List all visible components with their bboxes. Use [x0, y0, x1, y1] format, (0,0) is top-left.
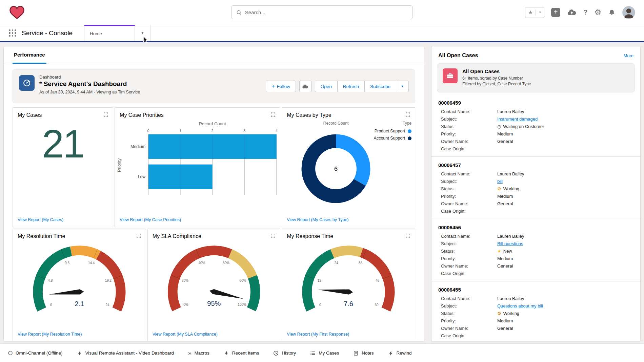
- chart-card-my-case-priorities: My Case Priorities Record Count01234Medi…: [115, 107, 280, 227]
- utility-history[interactable]: History: [273, 350, 296, 356]
- dashboard-type-label: Dashboard: [39, 74, 140, 80]
- svg-text:100%: 100%: [238, 303, 246, 306]
- cloud-icon: [567, 9, 577, 16]
- view-report-link[interactable]: View Report (My Cases by Type): [282, 215, 415, 227]
- svg-text:0%: 0%: [183, 303, 188, 306]
- help-button[interactable]: ?: [583, 8, 587, 16]
- dashboard-tabstrip: Performance: [4, 46, 424, 64]
- subscribe-button[interactable]: Subscribe: [364, 81, 396, 92]
- dashboard-action-group: Open Refresh Subscribe ▼: [315, 81, 409, 92]
- svg-text:Medium: Medium: [130, 144, 145, 149]
- field-label: Priority:: [441, 256, 497, 261]
- utility-macros[interactable]: » Macros: [188, 350, 209, 356]
- svg-text:24: 24: [105, 303, 109, 307]
- view-report-link[interactable]: View Report (My SLA Compliance): [148, 329, 280, 341]
- legend-item[interactable]: Product Support: [375, 129, 411, 133]
- metric-chart: 21: [13, 120, 113, 215]
- search-box[interactable]: [232, 5, 413, 19]
- view-report-link[interactable]: View Report (My Cases): [13, 215, 113, 227]
- plus-icon: +: [271, 83, 275, 89]
- view-report-link[interactable]: View Report (My Case Priorities): [115, 215, 280, 227]
- open-button[interactable]: Open: [315, 81, 338, 92]
- lightning-bolt-icon: [224, 350, 229, 356]
- gauge-chart: 04.89.614.419.2242.1: [13, 241, 146, 329]
- view-report-link[interactable]: View Report (My First Response): [282, 329, 415, 341]
- expand-icon[interactable]: [406, 233, 410, 239]
- svg-text:80%: 80%: [239, 279, 246, 282]
- svg-text:7.6: 7.6: [344, 300, 353, 307]
- dashboard-more-chevron-button[interactable]: ▼: [396, 81, 409, 92]
- svg-text:Record Count: Record Count: [323, 121, 349, 126]
- chart-title: My Response Time: [287, 233, 333, 239]
- svg-text:12: 12: [318, 279, 322, 282]
- chart-title: My Case Priorities: [120, 112, 164, 118]
- svg-text:40%: 40%: [198, 261, 205, 265]
- note-icon: [353, 350, 359, 356]
- tab-performance[interactable]: Performance: [13, 46, 46, 64]
- priority-value: Medium: [497, 256, 633, 261]
- utility-label: My Cases: [319, 350, 339, 356]
- svg-text:1: 1: [179, 129, 181, 133]
- cloud-icon: [302, 84, 308, 89]
- notifications-bell-button[interactable]: [608, 9, 616, 16]
- favorites-control[interactable]: ★ ▼: [525, 7, 544, 18]
- subject-link[interactable]: Questions about my bill: [497, 303, 543, 308]
- case-number-link[interactable]: 00006459: [438, 100, 633, 106]
- expand-icon[interactable]: [104, 112, 108, 118]
- contact-name-value: Lauren Bailey: [497, 171, 633, 177]
- follow-label: Follow: [277, 84, 290, 89]
- subject-link[interactable]: bill: [497, 179, 503, 184]
- svg-text:60: 60: [375, 303, 379, 307]
- view-report-link[interactable]: View Report (My Resolution Time): [13, 329, 146, 341]
- utility-rewind[interactable]: Rewind: [388, 350, 412, 356]
- svg-text:4: 4: [276, 129, 278, 133]
- subject-link[interactable]: Instrument damaged: [497, 116, 538, 122]
- utility-visual-remote-assistant[interactable]: Visual Remote Assistant - Video Dashboar…: [77, 350, 174, 356]
- search-input[interactable]: [245, 9, 408, 15]
- expand-icon[interactable]: [406, 112, 410, 118]
- expand-icon[interactable]: [271, 112, 275, 118]
- utility-omni-channel[interactable]: Omni-Channel (Offline): [8, 350, 63, 356]
- field-label: Status:: [441, 311, 497, 316]
- lightning-bolt-icon: [388, 350, 394, 356]
- tab-home[interactable]: Home: [84, 25, 135, 41]
- priority-value: Medium: [497, 318, 633, 324]
- utility-notes[interactable]: Notes: [353, 350, 374, 356]
- global-add-button[interactable]: +: [551, 8, 560, 17]
- setup-gear-button[interactable]: ⚙: [594, 8, 601, 17]
- case-number-link[interactable]: 00006457: [438, 162, 633, 168]
- refresh-button[interactable]: Refresh: [337, 81, 365, 92]
- svg-text:95%: 95%: [207, 300, 221, 307]
- plus-icon: +: [554, 8, 558, 16]
- case-number-link[interactable]: 00006456: [438, 225, 633, 230]
- console-nav-bar: Service - Console Home ▼: [0, 25, 644, 42]
- case-number-link[interactable]: 00006455: [438, 287, 633, 293]
- field-label: Status:: [441, 186, 497, 192]
- case-list-item: 00006455 Contact Name: Lauren Bailey Sub…: [431, 281, 640, 341]
- dashboard-cloud-button[interactable]: [299, 81, 311, 92]
- more-link[interactable]: More: [623, 53, 633, 58]
- follow-button[interactable]: + Follow: [266, 81, 296, 92]
- expand-icon[interactable]: [271, 233, 275, 239]
- expand-icon[interactable]: [137, 233, 141, 239]
- avatar[interactable]: [622, 6, 635, 19]
- gauge-chart: 012243648607.6: [282, 241, 415, 329]
- legend-item[interactable]: Account Support: [374, 136, 411, 141]
- subject-link[interactable]: Bill questions: [497, 241, 523, 246]
- chart-card-my-sla-compliance: My SLA Compliance 0%20%40%60%80%100%95% …: [147, 229, 281, 341]
- utility-label: Visual Remote Assistant - Video Dashboar…: [85, 350, 174, 356]
- chart-title: My Cases: [18, 112, 42, 118]
- status-text: New: [503, 249, 512, 254]
- svg-text:19.2: 19.2: [105, 279, 112, 282]
- upload-cloud-button[interactable]: [567, 9, 577, 16]
- field-label: Contact Name:: [441, 234, 497, 239]
- svg-text:2: 2: [212, 129, 214, 133]
- app-launcher-icon[interactable]: [9, 29, 16, 37]
- owner-value: General: [497, 201, 633, 207]
- utility-my-cases[interactable]: My Cases: [310, 350, 339, 356]
- origin-value: [497, 271, 633, 276]
- utility-recent-items[interactable]: Recent Items: [224, 350, 259, 356]
- list-icon: [310, 350, 316, 356]
- svg-text:3: 3: [243, 129, 245, 133]
- contact-name-value: Lauren Bailey: [497, 296, 633, 301]
